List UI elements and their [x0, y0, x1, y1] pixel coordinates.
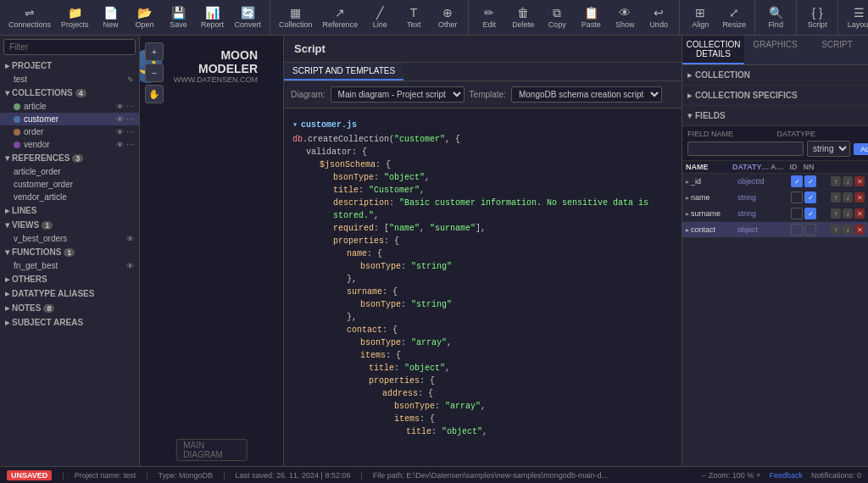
code-line: }, [292, 273, 673, 286]
move-up-button[interactable]: ↑ [831, 192, 841, 203]
projects-button[interactable]: 📁 Projects [58, 3, 92, 33]
script-code-area[interactable]: ▾ customer.js db.createCollection("custo… [284, 108, 682, 466]
text-button[interactable]: T Text [398, 3, 429, 33]
script-toolbar-button[interactable]: { } Script [802, 3, 832, 33]
hand-tool-button[interactable]: ✋ [145, 85, 164, 103]
delete-field-button[interactable]: ✕ [854, 225, 865, 235]
open-button[interactable]: 📂 Open [130, 3, 160, 33]
delete-field-button[interactable]: ✕ [854, 208, 865, 219]
sidebar-section-collections[interactable]: ▾ COLLECTIONS 4 [0, 86, 139, 100]
zoom-in-icon[interactable]: + [756, 471, 760, 480]
chevron-icon: ▾ [5, 153, 9, 163]
resize-icon: ⤢ [729, 7, 739, 19]
fields-row-name[interactable]: ▸ name string ✓ ↑ ↓ ✕ [682, 190, 868, 206]
sidebar-section-project[interactable]: ▸ PROJECT [0, 58, 139, 73]
zoom-out-icon[interactable]: − [701, 471, 705, 480]
feedback-link[interactable]: Feedback [769, 471, 803, 480]
sidebar-section-subject-areas[interactable]: ▸ SUBJECT AREAS [0, 315, 139, 330]
reference-button[interactable]: ↗ Reference [320, 3, 362, 33]
edit-button[interactable]: ✏ Edit [474, 3, 504, 33]
fields-row-surname[interactable]: ▸ surname string ✓ ↑ ↓ ✕ [682, 206, 868, 222]
code-line: bsonType: "string" [292, 260, 673, 273]
sidebar-item-vendor[interactable]: vendor 👁 ⋯ [0, 138, 139, 151]
fields-row-contact[interactable]: ▸ contact object ↑ ↓ ✕ [682, 222, 868, 238]
sidebar-section-references[interactable]: ▾ REFERENCES 3 [0, 151, 139, 165]
code-line: title: "object", [292, 362, 673, 375]
move-down-button[interactable]: ↓ [843, 225, 853, 235]
code-line: name: { [292, 247, 673, 260]
paste-button[interactable]: 📋 Paste [576, 3, 606, 33]
toolbar: ⇌ Connections 📁 Projects 📄 New 📂 Open 💾 … [0, 0, 868, 36]
add-field-button[interactable]: Add [854, 143, 868, 155]
tab-script[interactable]: SCRIPT [806, 36, 868, 64]
tab-graphics[interactable]: GRAPHICS [744, 36, 806, 64]
delete-field-button[interactable]: ✕ [854, 192, 865, 203]
layout-button[interactable]: ☰ Layout [843, 3, 868, 33]
toolbar-group-script: { } Script [797, 0, 838, 35]
canvas-area[interactable]: + − ✋ Diagram created for MongoDB® Datab… [140, 36, 283, 466]
sidebar-section-notes[interactable]: ▸ NOTES 8 [0, 301, 139, 315]
sidebar-item-order[interactable]: order 👁 ⋯ [0, 125, 139, 138]
sidebar-section-views[interactable]: ▾ VIEWS 1 [0, 218, 139, 232]
undo-button[interactable]: ↩ Undo [643, 3, 674, 33]
dot-icon [14, 103, 20, 110]
datatype-select[interactable]: string [807, 141, 850, 157]
sidebar-item-article-order[interactable]: article_order [0, 165, 139, 178]
zoom-out-button[interactable]: − [145, 64, 164, 82]
sidebar-section-datatype-aliases[interactable]: ▸ DATATYPE ALIASES [0, 286, 139, 301]
move-up-button[interactable]: ↑ [831, 225, 841, 235]
convert-button[interactable]: 🔄 Convert [231, 3, 265, 33]
notifications-label[interactable]: Notifications: 0 [811, 471, 861, 480]
field-name-input[interactable] [687, 142, 804, 156]
sidebar-section-lines[interactable]: ▸ LINES [0, 203, 139, 218]
align-button[interactable]: ⊞ Align [685, 3, 715, 33]
delete-button[interactable]: 🗑 Delete [508, 3, 538, 33]
save-button[interactable]: 💾 Save [164, 3, 194, 33]
other-button[interactable]: ⊕ Other [432, 3, 463, 33]
delete-field-button[interactable]: ✕ [854, 176, 865, 186]
tab-script-templates[interactable]: SCRIPT AND TEMPLATES [284, 63, 403, 80]
fields-table: ▸ _id objectId ✓ ✓ ↑ ↓ ✕ ▸ name string ✓ [682, 174, 868, 238]
resize-button[interactable]: ⤢ Resize [719, 3, 749, 33]
move-up-button[interactable]: ↑ [831, 176, 841, 186]
fields-row-id[interactable]: ▸ _id objectId ✓ ✓ ↑ ↓ ✕ [682, 174, 868, 190]
sidebar-item-article[interactable]: article 👁 ⋯ [0, 100, 139, 113]
find-button[interactable]: 🔍 Find [760, 3, 791, 33]
layout-icon: ☰ [854, 7, 865, 19]
collection-section-header[interactable]: ▸ COLLECTION [687, 69, 863, 81]
sidebar-item-fn-get-best[interactable]: fn_get_best 👁 [0, 259, 139, 272]
sidebar-item-test[interactable]: test ✎ [0, 73, 139, 86]
move-up-button[interactable]: ↑ [831, 208, 841, 219]
copy-button[interactable]: ⧉ Copy [542, 3, 572, 33]
edit-icon: ✏ [484, 7, 494, 19]
sidebar-item-v-best-orders[interactable]: v_best_orders 👁 [0, 232, 139, 245]
connections-button[interactable]: ⇌ Connections [5, 3, 54, 33]
show-icon: 👁 [619, 7, 631, 19]
sidebar-item-vendor-article[interactable]: vendor_article [0, 191, 139, 203]
zoom-in-button[interactable]: + [145, 42, 164, 61]
sidebar-section-functions[interactable]: ▾ FUNCTIONS 1 [0, 245, 139, 259]
collection-button[interactable]: ▦ Collection [275, 3, 316, 33]
projects-icon: 📁 [68, 7, 82, 19]
delete-icon: 🗑 [517, 7, 529, 19]
diagram-select[interactable]: Main diagram - Project script [331, 86, 465, 103]
canvas-tools: + − ✋ [145, 42, 164, 103]
chevron-icon: ▸ [5, 303, 9, 313]
move-down-button[interactable]: ↓ [843, 208, 853, 219]
sidebar-item-customer-order[interactable]: customer_order [0, 178, 139, 191]
search-input[interactable] [3, 39, 136, 55]
show-button[interactable]: 👁 Show [609, 3, 640, 33]
line-button[interactable]: ╱ Line [364, 3, 395, 33]
sidebar-item-customer[interactable]: customer 👁 ⋯ [0, 113, 139, 125]
tab-collection-details[interactable]: COLLECTION DETAILS [682, 36, 744, 64]
code-line: $jsonSchema: { [292, 158, 673, 171]
new-button[interactable]: 📄 New [96, 3, 126, 33]
report-button[interactable]: 📊 Report [198, 3, 228, 33]
toolbar-group-layout: ☰ Layout ≡ Line mode ◧ Mode ▣ Display [838, 0, 868, 35]
sidebar-section-others[interactable]: ▸ OTHERS [0, 272, 139, 286]
fields-section-header[interactable]: ▾ FIELDS [687, 109, 863, 122]
collection-specifics-header[interactable]: ▸ COLLECTION SPECIFICS [687, 89, 863, 102]
move-down-button[interactable]: ↓ [843, 192, 853, 203]
template-select[interactable]: MongoDB schema creation script [511, 86, 662, 103]
move-down-button[interactable]: ↓ [843, 176, 853, 186]
